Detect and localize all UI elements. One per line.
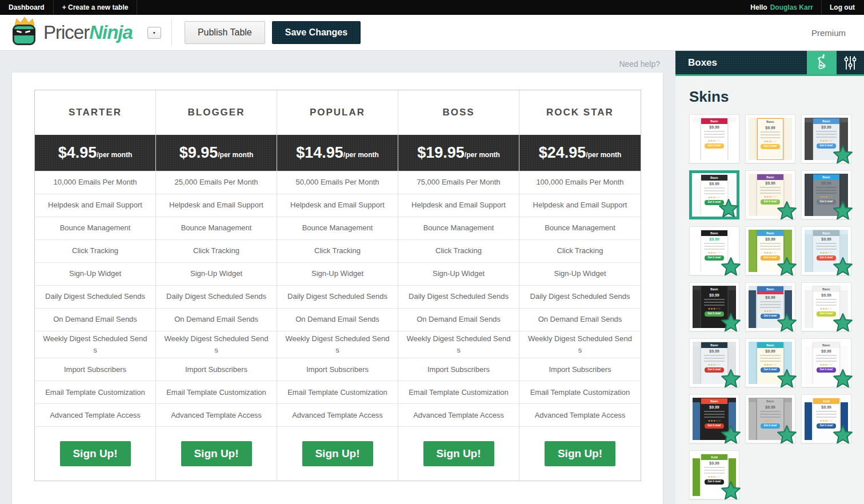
feature-cell: Weekly Digest Scheduled Sends [35,331,155,358]
premium-star-icon [833,425,853,445]
feature-cell: Sign-Up Widget [35,262,155,285]
feature-cell: Import Subscribers [156,358,277,381]
skin-thumbnail[interactable]: Basic$9.99★★★☆☆Get it now! [745,394,795,443]
premium-star-icon [718,198,739,218]
feature-cell: Bounce Management [156,217,277,239]
feature-cell: Helpdesk and Email Support [35,194,155,217]
topbar-tab-create-table[interactable]: + Create a new table [54,0,138,15]
table-select-dropdown[interactable]: ▾ [147,27,161,39]
skin-thumbnail[interactable]: Basic$9.99★★★☆☆Get it now! [745,170,795,219]
premium-star-icon [833,145,853,165]
feature-cell: On Demand Email Sends [35,308,155,331]
premium-star-icon [777,369,797,389]
feature-cell: Helpdesk and Email Support [156,194,277,217]
skin-thumbnail[interactable]: Basic$9.99★★★☆☆Get it now! [801,282,851,331]
publish-table-button[interactable]: Publish Table [185,21,265,44]
feature-cell: 50,000 Emails Per Month [277,171,398,194]
premium-star-icon [777,425,797,445]
feature-cell: On Demand Email Sends [519,308,641,331]
feature-cell: 75,000 Emails Per Month [398,171,519,194]
skins-lab-button[interactable] [807,51,837,74]
boxes-sidebar: Boxes Skins Basic$9.99★★★☆☆Get it now!Ba… [675,51,864,504]
plan-price: $14.95/per month [277,135,398,171]
feature-cell: Helpdesk and Email Support [277,194,398,217]
feature-cell: Weekly Digest Scheduled Sends [156,331,277,358]
skin-thumbnail[interactable]: Basic$9.99★★★☆☆Get it now! [745,114,795,163]
ninja-icon [11,20,38,45]
premium-star-icon [833,313,853,333]
feature-cell: Sign-Up Widget [519,262,641,285]
greeting-text: Hello [750,3,767,11]
plan-price: $4.95/per month [35,135,155,171]
skin-thumbnail[interactable]: Basic$9.99★★★☆☆Get it now! [801,170,851,219]
plan-price: $19.95/per month [398,135,519,171]
header-divider [171,19,172,46]
feature-cell: Import Subscribers [398,358,519,381]
signup-button[interactable]: Sign Up! [181,441,252,466]
premium-star-icon [833,201,853,221]
logout-link[interactable]: Log out [830,3,864,11]
feature-cell: 25,000 Emails Per Month [156,171,277,194]
save-changes-button[interactable]: Save Changes [272,21,361,44]
feature-cell: Click Tracking [277,239,398,262]
feature-cell: Bounce Management [519,217,641,239]
skin-thumbnail[interactable]: Basic$9.99★★★☆☆Get it now! [689,394,739,443]
skin-thumbnail[interactable]: Basic$9.99★★★☆☆Get it now! [689,114,739,163]
feature-cell: Helpdesk and Email Support [398,194,519,217]
topbar-tab-dashboard[interactable]: Dashboard [0,0,54,15]
feature-cell: Import Subscribers [519,358,641,381]
feature-cell: Weekly Digest Scheduled Sends [398,331,519,358]
feature-cell: Click Tracking [519,239,641,262]
feature-cell: Helpdesk and Email Support [519,194,641,217]
premium-star-icon [833,369,853,389]
plan-name: POPULAR [277,90,398,135]
feature-cell: Bounce Management [277,217,398,239]
feature-cell: 100,000 Emails Per Month [519,171,641,194]
signup-button[interactable]: Sign Up! [423,441,494,466]
skin-thumbnail[interactable]: Gold$9.99★★★☆☆Get it now! [801,394,851,443]
feature-cell: Import Subscribers [277,358,398,381]
top-bar: Dashboard + Create a new table Hello Dou… [0,0,864,15]
skin-thumbnail[interactable]: Basic$9.99★★★☆☆Get it now! [745,282,795,331]
feature-cell: Daily Digest Scheduled Sends [156,285,277,308]
feature-cell: Click Tracking [156,239,277,262]
feature-cell: Daily Digest Scheduled Sends [35,285,155,308]
topbar-divider [821,0,822,15]
feature-cell: Sign-Up Widget [156,262,277,285]
skin-thumbnail[interactable]: Basic$9.99★★★☆☆Get it now! [745,226,795,275]
signup-button[interactable]: Sign Up! [60,441,131,466]
feature-cell: Advanced Template Access [35,403,155,426]
skin-thumbnail[interactable]: Basic$9.99★★★☆☆Get it now! [689,338,739,387]
skin-thumbnail[interactable]: Basic$9.99★★★☆☆Get it now! [801,226,851,275]
premium-star-icon [721,425,741,445]
plan-name: BLOGGER [156,90,277,135]
pricing-table: STARTER$4.95/per month10,000 Emails Per … [34,90,641,481]
premium-star-icon [721,257,741,277]
plan-price: $9.95/per month [156,135,277,171]
signup-button[interactable]: Sign Up! [545,441,615,466]
settings-sliders-button[interactable] [837,51,864,74]
app-header: PricerNinja ▾ Publish Table Save Changes… [0,15,864,51]
username-link[interactable]: Douglas Karr [770,3,813,11]
skin-thumbnail[interactable]: Basic$9.99★★★☆☆Get it now! [689,226,739,275]
pricing-table-card: STARTER$4.95/per month10,000 Emails Per … [12,73,663,504]
skin-thumbnail[interactable]: Basic$9.99★★★☆☆Get it now! [745,338,795,387]
premium-badge: Premium [811,28,853,38]
plan-name: ROCK STAR [519,90,641,135]
signup-button[interactable]: Sign Up! [302,441,373,466]
skin-thumbnail[interactable]: Basic$9.99★★★☆☆Get it now! [689,170,739,219]
plan-column: BOSS$19.95/per month75,000 Emails Per Mo… [398,90,519,481]
feature-cell: On Demand Email Sends [398,308,519,331]
skin-thumbnail[interactable]: Basic$9.99★★★☆☆Get it now! [801,114,851,163]
feature-cell: Daily Digest Scheduled Sends [398,285,519,308]
feature-cell: Advanced Template Access [277,403,398,426]
skin-thumbnail[interactable]: Basic$9.99★★★☆☆Get it now! [801,338,851,387]
need-help-link[interactable]: Need help? [619,59,660,69]
feature-cell: On Demand Email Sends [277,308,398,331]
sidebar-header: Boxes [675,51,864,76]
feature-cell: Email Template Customization [156,381,277,403]
skin-thumbnail[interactable]: Gold$9.99★★★☆☆Get it now! [689,450,739,499]
feature-cell: Import Subscribers [35,358,155,381]
skin-thumbnail[interactable]: Basic$9.99★★★☆☆Get it now! [689,282,739,331]
plan-column: POPULAR$14.95/per month50,000 Emails Per… [277,90,398,481]
